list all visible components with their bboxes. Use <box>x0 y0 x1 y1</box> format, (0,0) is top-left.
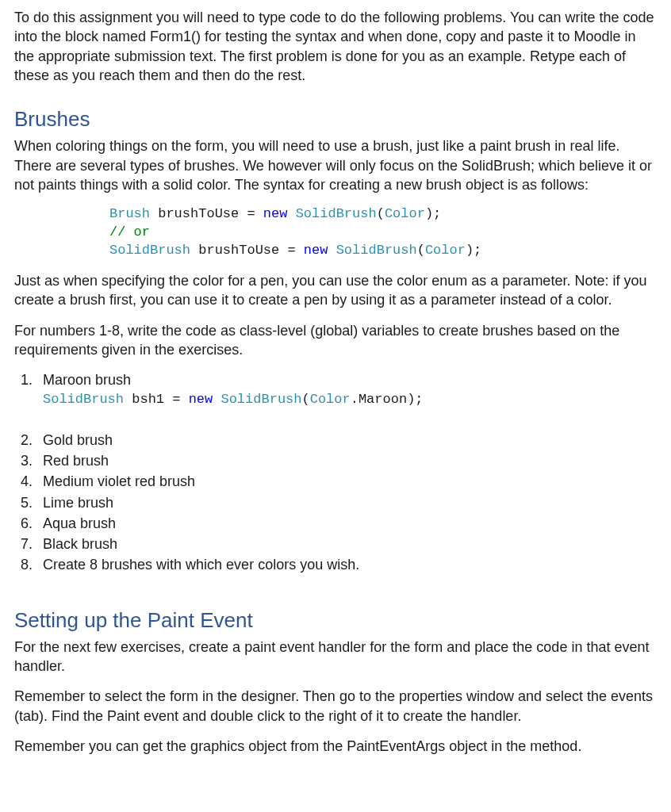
exercise-list: Maroon brush SolidBrush bsh1 = new Solid… <box>36 370 657 575</box>
code-token: SolidBrush <box>109 243 190 258</box>
code-token: Brush <box>109 206 150 221</box>
code-token: new <box>263 206 288 221</box>
code-token <box>328 243 336 258</box>
code-token: .Maroon); <box>351 392 424 407</box>
code-token: Color <box>425 243 466 258</box>
code-token: // or <box>109 224 150 239</box>
code-token: ( <box>302 392 310 407</box>
code-token: SolidBrush <box>336 243 417 258</box>
code-token: new <box>304 243 328 258</box>
intro-paragraph: To do this assignment you will need to t… <box>14 8 657 85</box>
code-token: brushToUse = <box>150 206 263 221</box>
list-item: Gold brush <box>36 431 657 450</box>
code-token: SolidBrush <box>296 206 377 221</box>
exercise-code: SolidBrush bsh1 = new SolidBrush(Color.M… <box>43 391 657 409</box>
code-token: bsh1 = <box>124 392 189 407</box>
list-item: Lime brush <box>36 493 657 512</box>
code-token: ( <box>377 206 385 221</box>
list-item: Black brush <box>36 534 657 553</box>
code-token <box>287 206 295 221</box>
code-token: ); <box>425 206 441 221</box>
paint-event-para3: Remember you can get the graphics object… <box>14 737 657 756</box>
brushes-heading: Brushes <box>14 105 657 133</box>
code-token: SolidBrush <box>220 392 301 407</box>
code-token: SolidBrush <box>43 392 124 407</box>
brush-syntax-code: Brush brushToUse = new SolidBrush(Color)… <box>109 205 657 260</box>
brushes-para2: Just as when specifying the color for a … <box>14 271 657 310</box>
code-token: Color <box>385 206 425 221</box>
paint-event-heading: Setting up the Paint Event <box>14 607 657 634</box>
code-token: new <box>189 392 213 407</box>
exercise-label: Maroon brush <box>43 372 131 388</box>
code-token <box>213 392 220 407</box>
code-token: ); <box>466 243 481 258</box>
code-token: brushToUse = <box>190 243 304 258</box>
list-item: Aqua brush <box>36 514 657 533</box>
code-token: ( <box>417 243 425 258</box>
paint-event-para1: For the next few exercises, create a pai… <box>14 638 657 676</box>
list-item: Maroon brush SolidBrush bsh1 = new Solid… <box>36 370 657 429</box>
list-item: Create 8 brushes with which ever colors … <box>36 555 657 574</box>
code-token: Color <box>310 392 351 407</box>
brushes-para1: When coloring things on the form, you wi… <box>14 136 657 194</box>
list-item: Red brush <box>36 451 657 470</box>
brushes-para3: For numbers 1-8, write the code as class… <box>14 321 657 360</box>
list-item: Medium violet red brush <box>36 472 657 491</box>
paint-event-para2: Remember to select the form in the desig… <box>14 687 657 726</box>
